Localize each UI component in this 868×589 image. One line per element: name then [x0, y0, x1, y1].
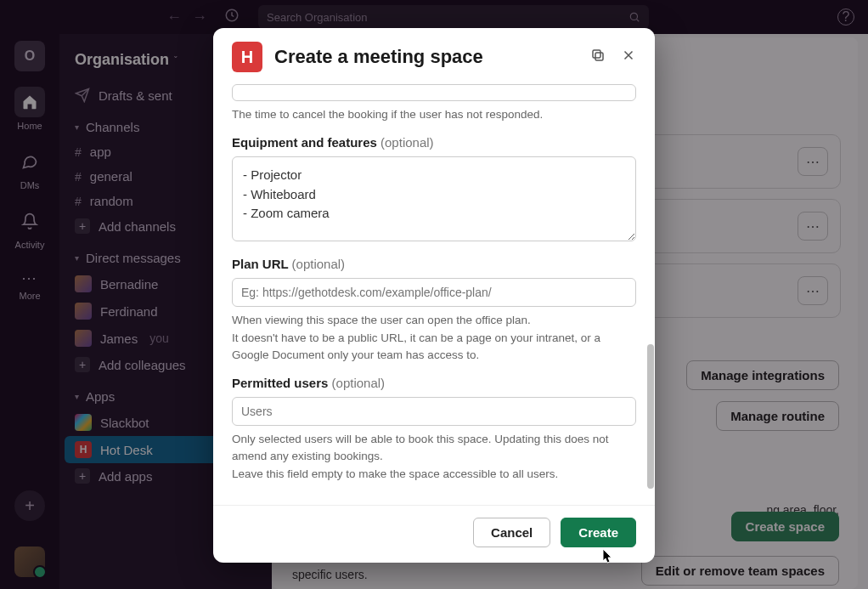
equipment-textarea[interactable]	[232, 156, 636, 241]
plan-url-label: Plan URL (optional)	[232, 257, 636, 271]
close-icon[interactable]	[621, 48, 636, 66]
cancel-button[interactable]: Cancel	[473, 518, 550, 547]
equipment-label: Equipment and features (optional)	[232, 135, 636, 150]
create-meeting-space-modal: H Create a meeting space The time to can…	[213, 28, 655, 563]
plan-helper: When viewing this space the user can ope…	[232, 312, 636, 364]
time-input[interactable]	[232, 84, 636, 101]
permitted-users-label: Permitted users (optional)	[232, 376, 636, 390]
svg-rect-3	[593, 50, 600, 58]
modal-title: Create a meeting space	[274, 46, 483, 68]
create-button[interactable]: Create	[561, 518, 636, 547]
users-helper: Only selected users will be able to book…	[232, 431, 636, 483]
modal-header: H Create a meeting space	[213, 28, 655, 84]
copy-icon[interactable]	[590, 48, 606, 66]
hotdesk-logo-icon: H	[232, 42, 262, 72]
time-helper: The time to cancel the booking if the us…	[232, 106, 636, 123]
modal-body: The time to cancel the booking if the us…	[213, 84, 655, 505]
scrollbar[interactable]	[647, 344, 654, 489]
permitted-users-input[interactable]	[232, 397, 636, 426]
plan-url-input[interactable]	[232, 278, 636, 307]
svg-rect-2	[595, 53, 603, 60]
modal-footer: Cancel Create	[213, 505, 655, 563]
